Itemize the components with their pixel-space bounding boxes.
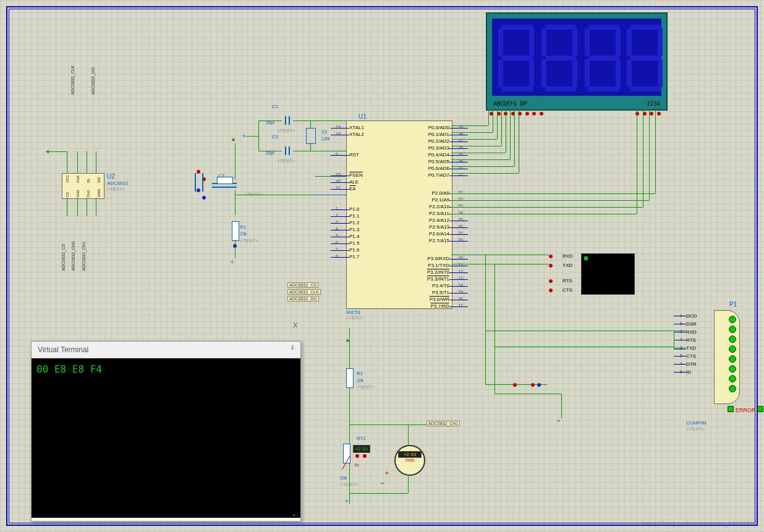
- seg-pin-labels-left: ABCDEFG DP: [493, 101, 527, 107]
- power-arrow-icon: ▲: [231, 136, 236, 142]
- close-icon[interactable]: ⬇: [287, 344, 298, 355]
- r2-text: <TEXT>: [357, 384, 375, 390]
- wire: [451, 255, 549, 255]
- r2-val: 10k: [357, 378, 363, 382]
- u1-pin: P0.5/AD534: [428, 159, 449, 164]
- wire: [293, 120, 346, 121]
- u1-pin: 29PSEN: [349, 172, 363, 178]
- u1-chip[interactable]: 19XTAL118XTAL29RST29PSEN30ALE31EA1P1.02P…: [346, 120, 452, 309]
- wire: [451, 139, 497, 140]
- u1-pin: P0.6/AD633: [428, 166, 449, 171]
- p1-pin: 6DSR: [686, 321, 697, 327]
- voltmeter-value: +2.43: [398, 451, 422, 458]
- resize-grip-icon[interactable]: ⌄: [292, 511, 297, 517]
- vterm-label: RTS: [562, 278, 572, 284]
- gnd-icon: ⏚: [345, 497, 348, 504]
- p1-pin: 9RI: [686, 369, 691, 375]
- u1-pin: P2.2/A1023: [429, 204, 449, 209]
- wire: [349, 424, 427, 425]
- minus-icon: −: [380, 479, 384, 488]
- r1-symbol[interactable]: [232, 221, 239, 241]
- c2-symbol[interactable]: [281, 146, 294, 155]
- u1-pin: 1P1.0: [349, 206, 359, 212]
- r2-symbol[interactable]: [346, 368, 354, 388]
- x-marker: X: [293, 321, 297, 329]
- pushbutton-symbol[interactable]: [195, 173, 203, 192]
- wire: [349, 493, 408, 494]
- p1-pin: 8CTS: [686, 353, 696, 359]
- x1-ref: X1: [321, 129, 328, 135]
- u1-pin: P3.0/RXD10: [427, 256, 449, 261]
- led-icon: [728, 406, 734, 412]
- u1-pin: P2.3/A1124: [429, 211, 449, 216]
- c1-symbol[interactable]: [281, 116, 294, 125]
- r1-val: 10k: [240, 232, 247, 236]
- wire: [315, 176, 346, 177]
- schematic-canvas[interactable]: ABCDEFG DP 1234 U1 19XTAL118XTAL29RST29P…: [0, 0, 764, 532]
- u1-part: 80C51: [346, 310, 361, 315]
- u1-pin: 7P1.6: [349, 247, 359, 253]
- wire: [497, 109, 498, 139]
- u1-pin: 6P1.5: [349, 240, 359, 246]
- wire: [310, 120, 311, 128]
- u1-pin: P2.0/A821: [432, 190, 449, 196]
- wire: [451, 193, 655, 194]
- u1-pin: P3.4/T014: [432, 283, 449, 289]
- wire: [451, 125, 488, 126]
- probe-red: [635, 112, 639, 116]
- p1-error: ERROR: [736, 407, 756, 413]
- u1-pin: P2.7/A1528: [429, 238, 449, 243]
- wire: [485, 331, 674, 331]
- rt1-temp[interactable]: 42.00: [353, 445, 370, 453]
- wire: [451, 264, 549, 264]
- wire: [451, 166, 514, 167]
- probe-red: [363, 454, 367, 458]
- c1-text: <TEXT>: [277, 128, 295, 133]
- u1-pin: P0.3/AD336: [428, 145, 449, 151]
- wire: [408, 424, 409, 445]
- virtual-terminal-window[interactable]: Virtual Terminal ⬇ 00 E8 E8 F4 ⌄: [31, 341, 301, 521]
- u1-pin: P2.1/A922: [432, 197, 449, 203]
- power-led-icon: [584, 256, 588, 260]
- voltmeter[interactable]: +2.43 Volts: [394, 445, 425, 476]
- net-adc-do: ADC0832_DO: [287, 296, 319, 302]
- net-adc-cs: ADC0832_CS: [287, 282, 318, 288]
- probe-red: [549, 279, 553, 283]
- p1-pin: 3TXD: [686, 345, 696, 351]
- u2-ref: U2: [107, 173, 115, 180]
- wire: [643, 109, 643, 207]
- u1-pin: 18XTAL2: [349, 132, 364, 137]
- u2-pin: VCC: [66, 175, 69, 183]
- gnd-icon: ⏚: [557, 417, 560, 423]
- u2-pin: DO: [97, 175, 101, 183]
- terminal-content: 00 E8 E8 F4: [36, 363, 102, 375]
- net-adc-do: ADC0832_DO: [91, 67, 95, 95]
- power-arrow-icon: ◄: [45, 148, 50, 154]
- u2-pin: GND: [97, 189, 101, 197]
- vterm-label: CTS: [562, 287, 572, 293]
- wire: [493, 109, 493, 132]
- c3-symbol[interactable]: [212, 179, 237, 190]
- probe-blue: [233, 244, 237, 248]
- c1-ref: C1: [272, 104, 278, 109]
- wire: [235, 240, 236, 258]
- wire: [674, 331, 674, 349]
- probe-blue: [537, 383, 541, 387]
- probe-red: [650, 112, 653, 116]
- u1-pin: P3.7/RD17: [431, 303, 449, 309]
- seven-segment-display[interactable]: ABCDEFG DP 1234: [486, 12, 668, 111]
- wire: [510, 109, 511, 159]
- thermistor-symbol[interactable]: [340, 444, 352, 462]
- power-arrow-icon: ▲: [345, 337, 350, 343]
- pushbutton-horizontal[interactable]: [513, 382, 541, 388]
- wire: [494, 394, 537, 394]
- wire: [494, 347, 674, 347]
- probe-red: [531, 383, 535, 387]
- probe-red: [657, 112, 661, 116]
- c2-text: <TEXT>: [277, 158, 295, 164]
- terminal-body[interactable]: 00 E8 E8 F4: [32, 358, 300, 518]
- u2-chip[interactable]: VCCCLKDIDO CSCH0CH1GND: [62, 173, 104, 199]
- crystal-symbol[interactable]: [306, 128, 316, 144]
- u1-pin: P0.1/AD138: [428, 132, 449, 137]
- p1-pin: 2RXD: [686, 329, 697, 335]
